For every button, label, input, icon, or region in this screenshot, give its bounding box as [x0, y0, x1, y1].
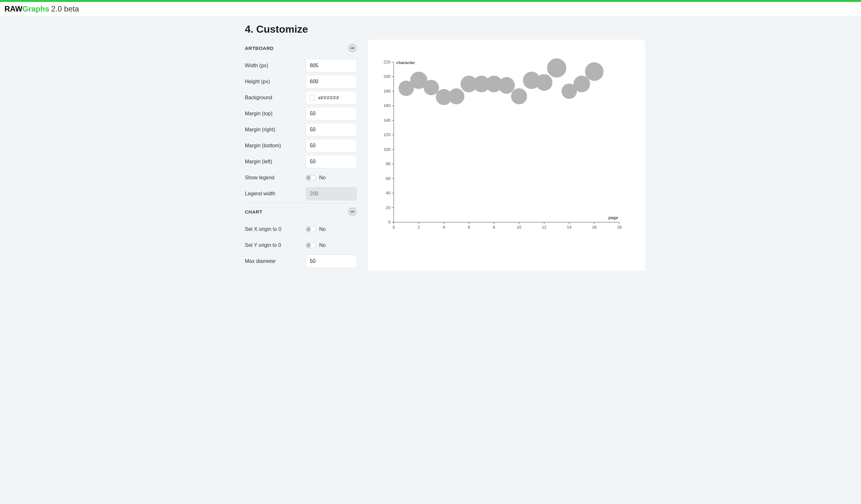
- legend-width-label: Legend width: [245, 191, 275, 196]
- svg-text:2: 2: [418, 225, 420, 230]
- brand-version: 2.0 beta: [51, 4, 79, 13]
- width-input[interactable]: [306, 59, 357, 72]
- margin-top-input[interactable]: [306, 107, 357, 120]
- chart-preview-panel: 0204060801001201401601802002200246810121…: [368, 40, 645, 271]
- background-value: #FFFFFF: [318, 95, 340, 100]
- height-input[interactable]: [306, 75, 357, 88]
- row-background: Background #FFFFFF: [245, 91, 357, 104]
- svg-text:200: 200: [383, 74, 391, 79]
- svg-text:0: 0: [388, 220, 390, 224]
- background-color-picker[interactable]: #FFFFFF: [306, 91, 357, 104]
- row-legend-width: Legend width 200: [245, 187, 357, 201]
- set-x-origin-label: Set X origin to 0: [245, 227, 281, 232]
- svg-text:220: 220: [383, 59, 391, 64]
- margin-left-label: Margin (left): [245, 159, 272, 165]
- row-set-x-origin: Set X origin to 0 No: [245, 222, 357, 236]
- row-margin-left: Margin (left): [245, 155, 357, 168]
- bubble-scatter-chart: 0204060801001201401601802002200246810121…: [378, 46, 636, 238]
- row-width: Width (px): [245, 59, 357, 72]
- svg-text:12: 12: [542, 225, 546, 230]
- svg-text:100: 100: [383, 147, 391, 152]
- svg-point-57: [511, 88, 527, 104]
- app-header: RAWGraphs2.0 beta: [0, 2, 861, 16]
- row-margin-right: Margin (right): [245, 123, 357, 136]
- margin-bottom-input[interactable]: [306, 139, 357, 152]
- svg-point-59: [536, 74, 552, 91]
- svg-text:0: 0: [393, 225, 395, 230]
- svg-point-56: [498, 77, 515, 94]
- row-show-legend: Show legend No: [245, 171, 357, 185]
- max-diameter-label: Max diameter: [245, 258, 276, 264]
- height-label: Height (px): [245, 79, 270, 84]
- max-diameter-input[interactable]: [306, 255, 357, 268]
- set-x-origin-toggle[interactable]: [306, 227, 316, 232]
- background-label: Background: [245, 95, 272, 100]
- svg-text:page: page: [608, 215, 618, 220]
- svg-point-62: [573, 76, 590, 92]
- brand-raw: RAW: [4, 4, 23, 13]
- svg-point-50: [423, 80, 439, 95]
- show-legend-toggle[interactable]: [306, 175, 316, 181]
- svg-text:18: 18: [617, 225, 621, 230]
- margin-right-input[interactable]: [306, 123, 357, 136]
- show-legend-label: Show legend: [245, 175, 275, 181]
- svg-text:160: 160: [383, 103, 391, 108]
- svg-text:6: 6: [468, 225, 470, 230]
- row-set-y-origin: Set Y origin to 0 No: [245, 239, 357, 252]
- page-title: 4. Customize: [245, 22, 658, 40]
- svg-text:60: 60: [386, 176, 390, 181]
- collapse-artboard-button[interactable]: −: [348, 43, 357, 53]
- svg-text:14: 14: [567, 225, 571, 230]
- show-legend-value: No: [319, 175, 326, 181]
- row-margin-bottom: Margin (bottom): [245, 139, 357, 152]
- row-max-diameter: Max diameter: [245, 255, 357, 268]
- row-margin-top: Margin (top): [245, 107, 357, 120]
- svg-text:10: 10: [517, 225, 521, 230]
- customize-sidebar: ARTBOARD − Width (px) Height (px) Backgr…: [245, 40, 357, 271]
- group-header-artboard: ARTBOARD −: [245, 40, 357, 56]
- set-y-origin-label: Set Y origin to 0: [245, 242, 281, 248]
- group-title-artboard: ARTBOARD: [245, 45, 274, 51]
- set-x-origin-value: No: [319, 227, 326, 232]
- margin-bottom-label: Margin (bottom): [245, 143, 281, 149]
- set-y-origin-toggle[interactable]: [306, 242, 316, 248]
- set-y-origin-value: No: [319, 242, 326, 248]
- svg-text:character: character: [396, 60, 415, 65]
- group-header-chart: CHART −: [245, 203, 357, 220]
- svg-point-60: [547, 58, 566, 78]
- width-label: Width (px): [245, 63, 268, 69]
- svg-point-63: [585, 63, 603, 81]
- svg-text:20: 20: [386, 205, 390, 210]
- row-height: Height (px): [245, 75, 357, 88]
- margin-left-input[interactable]: [306, 155, 357, 168]
- svg-text:8: 8: [493, 225, 495, 230]
- legend-width-input: 200: [306, 187, 357, 201]
- margin-top-label: Margin (top): [245, 111, 272, 117]
- svg-text:16: 16: [592, 225, 596, 230]
- svg-text:40: 40: [386, 191, 390, 195]
- svg-text:4: 4: [443, 225, 445, 230]
- svg-text:120: 120: [383, 132, 391, 137]
- brand-graphs: Graphs: [23, 4, 49, 13]
- svg-point-52: [448, 88, 464, 104]
- svg-text:140: 140: [383, 118, 391, 123]
- margin-right-label: Margin (right): [245, 127, 275, 133]
- group-title-chart: CHART: [245, 209, 262, 215]
- svg-text:180: 180: [383, 89, 391, 94]
- svg-text:80: 80: [386, 161, 390, 166]
- collapse-chart-button[interactable]: −: [348, 207, 357, 216]
- color-swatch-icon: [309, 95, 315, 100]
